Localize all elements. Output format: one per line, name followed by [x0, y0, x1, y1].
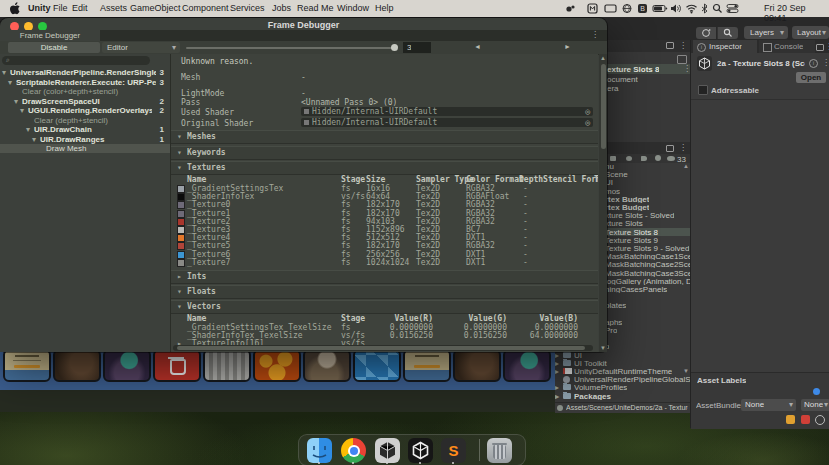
- tab-frame-debugger[interactable]: Frame Debugger: [0, 30, 100, 41]
- apple-menu-icon[interactable]: [10, 2, 21, 15]
- assetbundle-variant-dropdown[interactable]: None ▾: [801, 399, 829, 411]
- texture-row[interactable]: _ShaderInfoTexvs/fs64x64Tex2DRGBAFloat-: [171, 192, 598, 200]
- menubar-clock[interactable]: Fri 20 Sep 09:41: [764, 3, 829, 23]
- project-item[interactable]: MaskBatchingCase2Sce: [605, 260, 690, 268]
- menu-item-help[interactable]: Help: [375, 3, 394, 13]
- next-frame-button[interactable]: ►: [564, 43, 571, 50]
- vector-row[interactable]: _ShaderInfoTex_TexelSizevs/fs0.01562500.…: [171, 331, 598, 339]
- section-vectors[interactable]: ▾Vectors: [171, 300, 598, 314]
- search-tool-button[interactable]: [717, 27, 738, 39]
- menu-item-component[interactable]: Component: [182, 3, 229, 13]
- scroll-down-icon[interactable]: ▼: [600, 345, 606, 351]
- texture-row[interactable]: _Texture7fs1024x1024Tex2DDXT1-: [171, 258, 598, 266]
- create-menu-icon[interactable]: [677, 55, 687, 64]
- control-center-icon[interactable]: [726, 3, 738, 14]
- object-picker-icon[interactable]: ◎: [585, 107, 590, 116]
- project-item[interactable]: xture Slots - Solved: [605, 211, 674, 219]
- bluetooth-icon[interactable]: [700, 3, 712, 14]
- project-item[interactable]: rtex Budget: [605, 203, 649, 211]
- sublime-text-icon[interactable]: S: [441, 438, 466, 463]
- scrollbar-thumb[interactable]: [177, 346, 585, 350]
- tree-item[interactable]: ▾UniversalRenderPipeline.RenderSingleCam…: [0, 68, 170, 77]
- lock-icon[interactable]: [666, 145, 674, 152]
- hierarchy-item[interactable]: era: [607, 84, 619, 93]
- volume-icon[interactable]: [670, 3, 682, 14]
- texture-row[interactable]: _Texture3fs1152x896Tex2DBC7-: [171, 225, 598, 233]
- project-tree-item[interactable]: UniversalRenderPipelineGlobalSet: [555, 375, 690, 383]
- alert-filter-icon[interactable]: [655, 155, 661, 161]
- label-dot-icon[interactable]: [813, 388, 820, 395]
- spotlight-icon[interactable]: [712, 3, 724, 14]
- battery-icon[interactable]: [652, 3, 664, 14]
- tab-inspector[interactable]: i Inspector: [693, 40, 757, 53]
- vector-row[interactable]: _GradientSettingsTex_TexelSizefs0.000000…: [171, 323, 598, 331]
- project-tree-item[interactable]: ▸UI Toolkit: [555, 359, 690, 367]
- project-item[interactable]: MaskBatchingCase3Sce: [605, 269, 690, 277]
- tree-item[interactable]: ▾UIR.DrawChain1: [0, 125, 170, 134]
- orbit-tool-button[interactable]: [696, 27, 716, 39]
- assetbundle-dropdown[interactable]: None ▾: [741, 399, 796, 411]
- status-app-icon[interactable]: [565, 3, 577, 14]
- menu-item-jobs[interactable]: Jobs: [272, 3, 291, 13]
- frame-slider-track[interactable]: [186, 47, 394, 49]
- eye-icon[interactable]: [667, 156, 675, 161]
- section-textures[interactable]: ▾Textures: [171, 161, 598, 175]
- project-item[interactable]: logGallery (Animation, D: [605, 277, 690, 285]
- scrollbar-thumb[interactable]: [601, 64, 606, 149]
- menu-item-unity[interactable]: Unity: [28, 3, 51, 13]
- project-item[interactable]: Texture Slots 9: [605, 236, 658, 244]
- project-item[interactable]: hingCasesPanels: [605, 285, 667, 293]
- tree-item[interactable]: ▾UGUI.Rendering.RenderOverlays2: [0, 106, 170, 115]
- menu-item-services[interactable]: Services: [230, 3, 265, 13]
- frame-number-field[interactable]: 3: [403, 42, 431, 53]
- menu-icon[interactable]: ⋮: [679, 41, 687, 50]
- menu-icon[interactable]: ⋮: [679, 143, 687, 152]
- status-input-icon[interactable]: [587, 3, 599, 14]
- project-item[interactable]: rtex Budget: [605, 195, 649, 203]
- tree-item[interactable]: ▾UIR.DrawRanges1: [0, 135, 170, 144]
- check-circle-icon[interactable]: [815, 415, 825, 425]
- unity-hub-icon[interactable]: [375, 438, 400, 463]
- scroll-down-icon[interactable]: ▼: [683, 368, 689, 374]
- menu-icon[interactable]: ⋮: [822, 58, 829, 67]
- info-icon[interactable]: i: [809, 59, 818, 68]
- texture-row[interactable]: _Texture5fs182x170Tex2DRGBA32-: [171, 241, 598, 249]
- status-globe-icon[interactable]: [621, 3, 633, 14]
- finder-icon[interactable]: [307, 438, 332, 463]
- disable-button[interactable]: Disable: [8, 42, 100, 53]
- tab-console[interactable]: Console: [759, 40, 815, 53]
- texture-row[interactable]: _Texture6fs256x256Tex2DDXT1-: [171, 250, 598, 258]
- hierarchy-item[interactable]: ocument: [607, 75, 638, 84]
- trash-icon[interactable]: [487, 438, 512, 463]
- object-picker-icon[interactable]: ◎: [585, 118, 590, 127]
- project-item[interactable]: Scene: [605, 170, 628, 178]
- frame-slider-handle[interactable]: [391, 44, 398, 51]
- label-filter-icon[interactable]: [641, 156, 647, 161]
- layout-dropdown[interactable]: Layout ▾: [792, 26, 829, 39]
- section-ints[interactable]: ▸Ints: [171, 270, 598, 284]
- layers-dropdown[interactable]: Layers ▾: [744, 26, 788, 39]
- addressable-checkbox[interactable]: [698, 85, 708, 95]
- texture-row[interactable]: _Texture0fs182x170Tex2DRGBA32-: [171, 200, 598, 208]
- tree-item[interactable]: Clear (color+depth+stencil): [0, 87, 170, 96]
- lock-icon[interactable]: [666, 42, 674, 49]
- favorites-icon[interactable]: [610, 156, 616, 161]
- scroll-up-icon[interactable]: ▲: [600, 55, 606, 61]
- error-icon[interactable]: [801, 415, 810, 424]
- project-item[interactable]: xture Slots: [605, 219, 643, 227]
- prefab-filter-icon[interactable]: [626, 156, 632, 161]
- status-display-icon[interactable]: [604, 3, 616, 14]
- texture-row[interactable]: _Texture4fs512x512Tex2DDXT1-: [171, 233, 598, 241]
- menu-item-gameobject[interactable]: GameObject: [130, 3, 181, 13]
- project-item[interactable]: mos: [605, 187, 620, 195]
- section-keywords[interactable]: ▾Keywords: [171, 146, 598, 160]
- section-floats[interactable]: ▾Floats: [171, 285, 598, 299]
- search-input[interactable]: ⌕: [2, 56, 150, 65]
- bundle-icon[interactable]: [786, 415, 795, 424]
- menu-icon[interactable]: ⋮: [591, 30, 599, 39]
- original-shader-field[interactable]: Hidden/Internal-UIRDefault ◎: [301, 118, 593, 127]
- tree-item-selected[interactable]: Draw Mesh: [0, 144, 170, 153]
- project-item[interactable]: MaskBatchingCase1Scen: [605, 252, 690, 260]
- menu-item-readme[interactable]: Read Me: [297, 3, 334, 13]
- used-shader-field[interactable]: Hidden/Internal-UIRDefault ◎: [301, 107, 593, 116]
